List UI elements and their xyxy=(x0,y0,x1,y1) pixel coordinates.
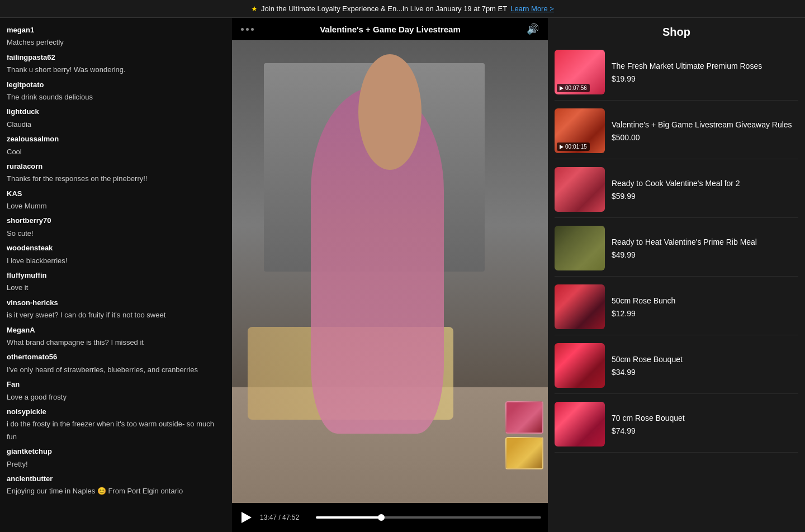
play-button[interactable] xyxy=(239,510,254,525)
shop-item-price: $49.99 xyxy=(612,250,798,259)
chat-username: giantketchup xyxy=(7,447,52,455)
chat-message-text: What brand champagne is this? I missed i… xyxy=(7,338,144,346)
chat-username: fluffymuffin xyxy=(7,271,46,279)
chat-message-text: Thanks for the responses on the pineberr… xyxy=(7,174,147,183)
shop-item-thumbnail xyxy=(555,167,605,212)
chat-username: noisypickle xyxy=(7,407,46,416)
chat-username: KAS xyxy=(7,189,22,198)
progress-knob[interactable] xyxy=(378,514,385,521)
shop-item-name: 50cm Rose Bunch xyxy=(612,296,798,307)
chat-username: Fan xyxy=(7,380,20,388)
chat-message-text: Pretty! xyxy=(7,460,28,468)
shop-item[interactable]: 00:01:15 Valentine's + Big Game Livestre… xyxy=(555,103,798,159)
shop-item-price: $59.99 xyxy=(612,192,798,201)
shop-item-price: $34.99 xyxy=(612,368,798,377)
chat-message: vinson-hericks is it very sweet? I can d… xyxy=(7,296,225,321)
main-layout: megan1 Matches perfectly failingpasta62 … xyxy=(0,18,805,532)
chat-message: ancientbutter Enjoying our time in Naple… xyxy=(7,472,225,497)
shop-panel: Shop 00:07:56 The Fresh Market Ultimate … xyxy=(548,18,805,532)
shop-item[interactable]: Ready to Heat Valentine's Prime Rib Meal… xyxy=(555,220,798,277)
chat-username: shortberry70 xyxy=(7,216,51,225)
menu-dots[interactable] xyxy=(241,28,254,31)
progress-fill xyxy=(316,516,381,519)
chat-message: giantketchup Pretty! xyxy=(7,445,225,470)
chat-message: othertomato56 I've only heard of strawbe… xyxy=(7,350,225,376)
chat-message: Fan Love a good frosty xyxy=(7,378,225,403)
shop-item-name: The Fresh Market Ultimate Premium Roses xyxy=(612,61,798,72)
video-panel: Valentine's + Game Day Livestream 🔊 xyxy=(232,18,548,532)
chat-message: shortberry70 So cute! xyxy=(7,214,225,239)
shop-item-price: $500.00 xyxy=(612,133,798,142)
shop-item[interactable]: 50cm Rose Bouquet $34.99 xyxy=(555,338,798,394)
chat-message-text: I love blackberries! xyxy=(7,256,67,265)
play-icon-small xyxy=(560,145,564,149)
play-icon-small xyxy=(560,86,564,91)
shop-item-name: Valentine's + Big Game Livestream Giveaw… xyxy=(612,120,798,131)
shop-item-thumbnail: 00:01:15 xyxy=(555,108,605,153)
chat-message: woodensteak I love blackberries! xyxy=(7,241,225,267)
chat-panel: megan1 Matches perfectly failingpasta62 … xyxy=(0,18,232,532)
chat-message-text: I've only heard of strawberries, blueber… xyxy=(7,365,198,374)
shop-item-thumbnail xyxy=(555,226,605,270)
shop-item-info: 50cm Rose Bunch $12.99 xyxy=(612,296,798,318)
shop-item-thumbnail xyxy=(555,343,605,388)
video-thumbnails xyxy=(505,401,543,469)
chat-message-text: Thank u short berry! Was wondering. xyxy=(7,65,126,74)
progress-bar[interactable] xyxy=(316,516,541,519)
shop-item[interactable]: 00:07:56 The Fresh Market Ultimate Premi… xyxy=(555,44,798,101)
chat-message-text: So cute! xyxy=(7,229,34,238)
shop-item[interactable]: Ready to Cook Valentine's Meal for 2 $59… xyxy=(555,162,798,218)
chat-message: failingpasta62 Thank u short berry! Was … xyxy=(7,51,225,76)
shop-title: Shop xyxy=(548,18,805,44)
shop-item-thumbnail xyxy=(555,284,605,329)
shop-item[interactable]: 70 cm Rose Bouquet $74.99 xyxy=(555,396,798,453)
banner-text: Join the Ultimate Loyalty Experience & E… xyxy=(261,4,507,13)
chat-message-text: Love it xyxy=(7,283,28,292)
chat-message-text: is it very sweet? I can do fruity if it'… xyxy=(7,311,165,319)
total-time: 47:52 xyxy=(282,514,299,521)
star-icon: ★ xyxy=(251,4,258,13)
duration-text: 00:01:15 xyxy=(565,144,587,150)
chat-message-text: The drink sounds delicious xyxy=(7,93,93,101)
shop-item-info: Ready to Heat Valentine's Prime Rib Meal… xyxy=(612,237,798,259)
time-display: 13:47 / 47:52 xyxy=(260,514,310,521)
shop-item-thumbnail: 00:07:56 xyxy=(555,50,605,94)
chat-username: legitpotato xyxy=(7,80,44,89)
shop-item-price: $19.99 xyxy=(612,74,798,83)
chat-username: lightduck xyxy=(7,107,39,116)
chat-message: KAS Love Mumm xyxy=(7,187,225,212)
chat-message: zealoussalmon Cool xyxy=(7,132,225,158)
video-title: Valentine's + Game Day Livestream xyxy=(320,25,461,34)
shop-item-name: 70 cm Rose Bouquet xyxy=(612,413,798,424)
chat-message-text: Love a good frosty xyxy=(7,393,67,401)
audio-icon[interactable]: 🔊 xyxy=(527,23,539,35)
shop-item[interactable]: 50cm Rose Bunch $12.99 xyxy=(555,279,798,335)
video-controls: 13:47 / 47:52 xyxy=(232,503,548,532)
thumbnail-2[interactable] xyxy=(505,437,543,469)
shop-item-price: $74.99 xyxy=(612,426,798,435)
chat-message: fluffymuffin Love it xyxy=(7,269,225,294)
chat-message-text: Enjoying our time in Naples 😊 From Port … xyxy=(7,487,183,495)
top-banner: ★ Join the Ultimate Loyalty Experience &… xyxy=(0,0,805,18)
shop-item-name: Ready to Heat Valentine's Prime Rib Meal xyxy=(612,237,798,248)
shop-item-info: Valentine's + Big Game Livestream Giveaw… xyxy=(612,120,798,142)
shop-items-list: 00:07:56 The Fresh Market Ultimate Premi… xyxy=(548,44,805,532)
person-head xyxy=(358,54,422,170)
chat-message-text: Matches perfectly xyxy=(7,38,64,46)
video-header: Valentine's + Game Day Livestream 🔊 xyxy=(232,18,548,40)
chat-message: lightduck Claudia xyxy=(7,105,225,130)
chat-message: legitpotato The drink sounds delicious xyxy=(7,78,225,103)
chat-message: noisypickle i do the frosty in the freez… xyxy=(7,405,225,443)
shop-item-info: Ready to Cook Valentine's Meal for 2 $59… xyxy=(612,178,798,201)
play-icon xyxy=(242,512,252,523)
chat-username: woodensteak xyxy=(7,244,53,252)
shop-item-info: The Fresh Market Ultimate Premium Roses … xyxy=(612,61,798,83)
chat-message: MeganA What brand champagne is this? I m… xyxy=(7,324,225,349)
thumbnail-1[interactable] xyxy=(505,401,543,434)
learn-more-link[interactable]: Learn More > xyxy=(510,4,554,13)
chat-username: ruralacorn xyxy=(7,162,42,170)
shop-item-price: $12.99 xyxy=(612,309,798,318)
chat-username: vinson-hericks xyxy=(7,298,58,307)
duration-text: 00:07:56 xyxy=(565,85,587,91)
chat-message: ruralacorn Thanks for the responses on t… xyxy=(7,160,225,185)
